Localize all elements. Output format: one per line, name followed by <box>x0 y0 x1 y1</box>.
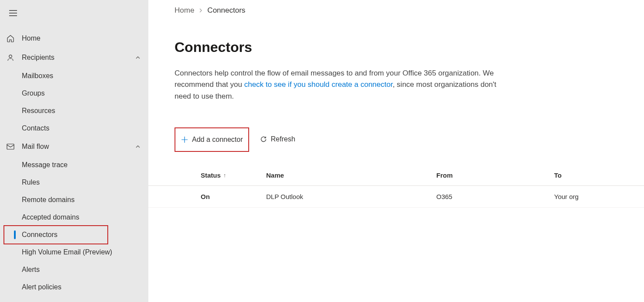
nav-label: Accepted domains <box>22 213 79 221</box>
sidebar-item-home[interactable]: Home <box>0 29 148 48</box>
cell-name: DLP Outlook <box>266 193 436 200</box>
main-content: Home Connectors Connectors Connectors he… <box>148 0 644 302</box>
home-icon <box>6 34 15 43</box>
svg-rect-1 <box>7 144 14 149</box>
sidebar-sub-resources[interactable]: Resources <box>0 102 148 120</box>
nav-label: Message trace <box>22 161 68 169</box>
nav-label: Connectors <box>22 231 58 239</box>
breadcrumb-current: Connectors <box>207 6 245 15</box>
svg-point-0 <box>9 55 12 58</box>
sidebar-sub-mailboxes[interactable]: Mailboxes <box>0 67 148 85</box>
add-connector-button[interactable]: Add a connector <box>175 127 249 152</box>
connectors-table: Status ↑ Name From To On DLP Outlook O36… <box>148 165 644 208</box>
col-header-to[interactable]: To <box>554 172 644 179</box>
header-label: Name <box>266 172 284 179</box>
chevron-up-icon <box>134 55 142 60</box>
nav-label: Mail flow <box>22 143 134 151</box>
breadcrumb-home[interactable]: Home <box>175 6 194 15</box>
cell-status: On <box>201 193 266 200</box>
sort-asc-icon: ↑ <box>223 172 226 178</box>
nav-label: Remote domains <box>22 196 75 204</box>
header-label: From <box>436 172 453 179</box>
sidebar-sub-accepted-domains[interactable]: Accepted domains <box>0 209 148 226</box>
col-header-name[interactable]: Name <box>266 172 436 179</box>
header-label: To <box>554 172 562 179</box>
col-header-status[interactable]: Status ↑ <box>201 172 266 179</box>
refresh-button[interactable]: Refresh <box>254 129 301 150</box>
chevron-right-icon <box>199 6 203 15</box>
cell-text: DLP Outlook <box>266 193 303 200</box>
sidebar-sub-groups[interactable]: Groups <box>0 85 148 102</box>
cell-from: O365 <box>436 193 554 200</box>
plus-icon <box>181 136 188 144</box>
page-description: Connectors help control the flow of emai… <box>175 68 515 102</box>
nav-label: Alerts <box>22 266 40 274</box>
person-icon <box>6 53 15 62</box>
hamburger-icon <box>9 10 17 16</box>
sidebar-sub-alert-policies[interactable]: Alert policies <box>0 278 148 296</box>
sidebar-item-recipients[interactable]: Recipients <box>0 48 148 67</box>
page-title: Connectors <box>175 39 644 55</box>
sidebar-sub-rules[interactable]: Rules <box>0 174 148 191</box>
refresh-icon <box>260 135 267 143</box>
cmd-label: Add a connector <box>192 136 243 144</box>
cell-text: On <box>201 193 210 200</box>
sidebar-sub-alerts[interactable]: Alerts <box>0 261 148 278</box>
cmd-label: Refresh <box>271 135 295 143</box>
command-bar: Add a connector Refresh <box>148 127 644 152</box>
nav-label: Alert policies <box>22 283 62 291</box>
nav-label: Groups <box>22 89 45 97</box>
sidebar-sub-high-volume-email[interactable]: High Volume Email (Preview) <box>0 244 148 261</box>
cell-to: Your org <box>554 193 644 200</box>
desc-link[interactable]: check to see if you should create a conn… <box>244 80 393 89</box>
nav-label: Contacts <box>22 124 49 132</box>
breadcrumb: Home Connectors <box>175 6 644 15</box>
nav-label: Home <box>22 34 142 42</box>
chevron-up-icon <box>134 144 142 149</box>
sidebar-sub-connectors[interactable]: Connectors <box>4 226 107 244</box>
sidebar-sub-message-trace[interactable]: Message trace <box>0 156 148 174</box>
nav-label: Recipients <box>22 54 134 62</box>
nav-label: Rules <box>22 178 40 186</box>
table-row[interactable]: On DLP Outlook O365 Your org <box>148 186 644 208</box>
nav-label: High Volume Email (Preview) <box>22 248 112 256</box>
cell-text: O365 <box>436 193 452 200</box>
nav-label: Mailboxes <box>22 72 53 80</box>
header-label: Status <box>201 172 221 179</box>
sidebar-item-mailflow[interactable]: Mail flow <box>0 137 148 156</box>
mail-icon <box>6 142 15 151</box>
cell-text: Your org <box>554 193 579 200</box>
sidebar: Home Recipients Mailboxes Groups Resourc… <box>0 0 148 302</box>
hamburger-button[interactable] <box>3 3 24 23</box>
table-header-row: Status ↑ Name From To <box>148 165 644 186</box>
sidebar-sub-remote-domains[interactable]: Remote domains <box>0 191 148 209</box>
col-header-from[interactable]: From <box>436 172 554 179</box>
sidebar-sub-contacts[interactable]: Contacts <box>0 120 148 137</box>
nav-label: Resources <box>22 107 55 115</box>
